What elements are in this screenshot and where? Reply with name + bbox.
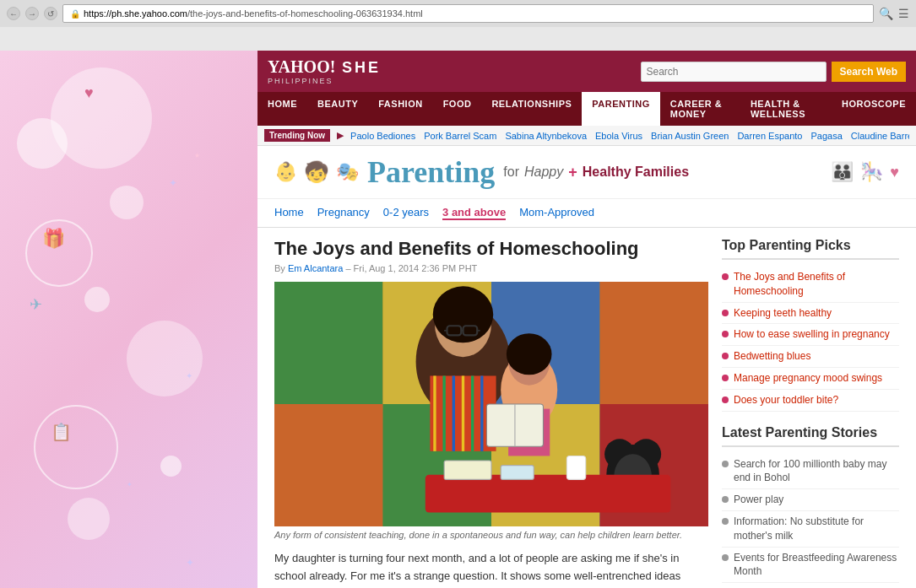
trending-item-8[interactable]: Claudine Barretto <box>851 131 909 141</box>
yahoo-logo-text: YAHOO! SHE <box>268 57 381 77</box>
bullet-gray-4 <box>722 554 729 561</box>
trending-items: Paolo Bediones Pork Barrel Scam Sabina A… <box>350 131 909 141</box>
bullet-gray-2 <box>722 496 729 503</box>
nav-parenting[interactable]: PARENTING <box>582 92 659 126</box>
latest-item-2: Power play <box>722 489 899 511</box>
decorative-sidebar: ♥ 🎁 ✈ 📋 ✦ ✦ ★ ✦ ✦ <box>0 51 257 588</box>
nav-beauty[interactable]: BEAUTY <box>307 92 368 126</box>
top-pick-link-5[interactable]: Manage pregnancy mood swings <box>734 371 882 386</box>
trending-item-1[interactable]: Paolo Bediones <box>350 131 415 141</box>
bullet-icon-3 <box>722 331 729 337</box>
latest-stories-title: Latest Parenting Stories <box>722 425 899 447</box>
content-area: The Joys and Benefits of Homeschooling B… <box>257 228 916 588</box>
banner-icon-family: 👪 <box>831 161 854 183</box>
bullet-gray-1 <box>722 461 729 467</box>
back-button[interactable]: ← <box>7 7 20 20</box>
she-wordmark: SHE <box>342 59 381 76</box>
trending-item-2[interactable]: Pork Barrel Scam <box>424 131 496 141</box>
nav-food[interactable]: FOOD <box>433 92 482 126</box>
banner-subtitle: for Happy + Healthy Families <box>503 164 689 181</box>
subnav-pregnancy[interactable]: Pregnancy <box>317 206 370 220</box>
top-picks-title: Top Parenting Picks <box>722 238 899 260</box>
latest-link-4[interactable]: Events for Breastfeeding Awareness Month <box>734 551 899 580</box>
deco-heart-icon: ♥ <box>84 84 94 102</box>
deco-circle-5 <box>84 287 110 312</box>
nav-horoscope[interactable]: HOROSCOPE <box>832 92 916 126</box>
subnav-0-2-years[interactable]: 0-2 years <box>383 206 429 220</box>
article-paragraph-1: My daughter is turning four next month, … <box>274 550 708 588</box>
banner-icon-heart: ♥ <box>890 164 899 181</box>
deco-gift-icon: 🎁 <box>42 228 65 250</box>
subnav-3-and-above[interactable]: 3 and above <box>442 206 506 220</box>
bullet-gray-3 <box>722 518 729 525</box>
top-pick-link-2[interactable]: Keeping teeth healthy <box>734 306 832 321</box>
banner-healthy-families: Healthy Families <box>583 165 689 180</box>
latest-item-5: Samsung KidsTime app now locally availab… <box>722 583 899 588</box>
latest-link-1[interactable]: Search for 100 millionth baby may end in… <box>734 457 899 486</box>
trending-item-5[interactable]: Brian Austin Green <box>651 131 729 141</box>
forward-button[interactable]: → <box>25 7 39 20</box>
deco-star-3: ★ <box>194 152 200 159</box>
browser-toolbar: ← → ↺ 🔒 https://ph.she.yahoo.com /the-jo… <box>0 0 916 27</box>
nav-home[interactable]: HOME <box>257 92 307 126</box>
trending-item-7[interactable]: Pagasa <box>810 131 842 141</box>
top-pick-item-1: The Joys and Benefits of Homeschooling <box>722 267 899 303</box>
article-body: My daughter is turning four next month, … <box>274 550 708 588</box>
svg-rect-34 <box>425 475 671 513</box>
secure-icon: 🔒 <box>70 9 80 19</box>
trending-arrow-icon: ▶ <box>337 130 344 141</box>
yahoo-wordmark: YAHOO! <box>268 57 335 76</box>
byline-author[interactable]: Em Alcantara <box>288 263 343 273</box>
browser-search-icon: 🔍 <box>879 7 893 20</box>
banner-right-icons: 👪 🎠 ♥ <box>831 161 899 183</box>
deco-circle-3 <box>110 186 144 219</box>
bullet-icon-4 <box>722 353 729 359</box>
deco-star-1: ✦ <box>169 177 177 189</box>
trending-item-4[interactable]: Ebola Virus <box>595 131 642 141</box>
url-bar[interactable]: 🔒 https://ph.she.yahoo.com /the-joys-and… <box>62 4 874 23</box>
trending-bar: Trending Now ▶ Paolo Bediones Pork Barre… <box>257 126 916 146</box>
deco-note-icon: 📋 <box>51 422 72 442</box>
trending-label: Trending Now <box>264 129 330 142</box>
header-search: Search Web <box>641 62 906 82</box>
main-content: YAHOO! SHE PHILIPPINES Search Web HOME B… <box>257 51 916 588</box>
search-input[interactable] <box>641 62 827 82</box>
top-pick-link-4[interactable]: Bedwetting blues <box>734 349 810 364</box>
trending-item-3[interactable]: Sabina Altynbekova <box>505 131 587 141</box>
byline-date: – Fri, Aug 1, 2014 2:36 PM PHT <box>345 263 477 273</box>
sidebar: Top Parenting Picks The Joys and Benefit… <box>722 238 899 588</box>
top-pick-link-1[interactable]: The Joys and Benefits of Homeschooling <box>734 270 899 299</box>
article-image-container: Any form of consistent teaching, done in… <box>274 282 708 543</box>
subnav-home[interactable]: Home <box>274 206 304 220</box>
article-byline: By Em Alcantara – Fri, Aug 1, 2014 2:36 … <box>274 263 708 273</box>
deco-circle-9 <box>160 456 182 477</box>
sub-nav: Home Pregnancy 0-2 years 3 and above Mom… <box>257 199 916 228</box>
latest-link-2[interactable]: Power play <box>734 493 783 507</box>
svg-point-26 <box>507 333 552 375</box>
deco-circle-8 <box>68 498 110 540</box>
top-pick-link-6[interactable]: Does your toddler bite? <box>734 393 838 407</box>
deco-plane-icon: ✈ <box>30 295 42 314</box>
banner-icon-child: 🧒 <box>304 160 329 184</box>
nav-relationships[interactable]: RELATIONSHIPS <box>481 92 582 126</box>
deco-circle-7 <box>34 405 118 489</box>
svg-rect-37 <box>566 456 585 479</box>
nav-career-money[interactable]: CAREER & MONEY <box>660 92 740 126</box>
top-pick-link-3[interactable]: How to ease swelling in pregnancy <box>734 327 890 342</box>
subnav-mom-approved[interactable]: Mom-Approved <box>519 206 594 220</box>
bullet-icon-5 <box>722 375 729 381</box>
nav-fashion[interactable]: FASHION <box>368 92 432 126</box>
nav-health-wellness[interactable]: HEALTH & WELLNESS <box>740 92 832 126</box>
bullet-icon-1 <box>722 273 729 280</box>
deco-star-4: ✦ <box>127 481 133 488</box>
refresh-button[interactable]: ↺ <box>44 7 57 20</box>
latest-item-4: Events for Breastfeeding Awareness Month <box>722 548 899 584</box>
search-button[interactable]: Search Web <box>832 62 906 82</box>
latest-link-3[interactable]: Information: No substitute for mother's … <box>734 515 899 543</box>
deco-circle-1 <box>51 67 152 169</box>
bullet-icon-6 <box>722 396 729 403</box>
banner-happy-text: Happy <box>524 165 563 180</box>
top-pick-item-3: How to ease swelling in pregnancy <box>722 324 899 346</box>
trending-item-6[interactable]: Darren Espanto <box>737 131 802 141</box>
svg-rect-35 <box>444 461 491 479</box>
